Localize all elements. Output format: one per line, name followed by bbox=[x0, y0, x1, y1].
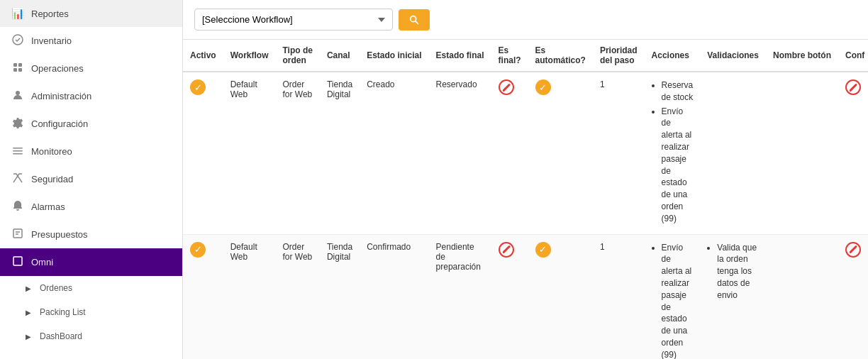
sidebar-item-label: Operaciones bbox=[31, 63, 84, 74]
workflow-select[interactable]: [Seleccione Workflow] bbox=[194, 9, 393, 31]
sidebar-item-alarmas[interactable]: Alarmas bbox=[0, 193, 182, 221]
col-prioridad: Prioridaddel paso bbox=[593, 40, 645, 72]
search-button[interactable] bbox=[399, 9, 430, 31]
es-final-cell bbox=[491, 72, 528, 234]
sidebar-item-label: Ordenes bbox=[40, 283, 72, 293]
estado-inicial-cell: Confirmado bbox=[360, 234, 428, 359]
svg-rect-6 bbox=[13, 148, 23, 149]
monitoreo-icon bbox=[11, 145, 24, 158]
activo-cell: ✓ bbox=[183, 72, 223, 234]
col-conf: Conf bbox=[838, 40, 868, 72]
conf-cell bbox=[838, 72, 868, 234]
estado-final-cell: Reservado bbox=[429, 72, 491, 234]
acciones-cell: Reserva de stock Envío de alerta al real… bbox=[645, 72, 701, 234]
sidebar-item-omni[interactable]: Omni bbox=[0, 248, 182, 276]
es-automatico-cell: ✓ bbox=[528, 234, 593, 359]
validaciones-cell: Valida que la orden tenga los datos de e… bbox=[700, 234, 766, 359]
svg-point-5 bbox=[16, 91, 20, 95]
svg-rect-3 bbox=[13, 68, 17, 72]
active-check-icon: ✓ bbox=[190, 242, 206, 258]
sidebar-item-reportes[interactable]: 📊 Reportes bbox=[0, 0, 182, 27]
sidebar-item-seguridad[interactable]: Seguridad bbox=[0, 165, 182, 193]
omni-icon bbox=[11, 255, 24, 269]
sidebar-item-administracion[interactable]: Administración bbox=[0, 82, 182, 110]
es-automatico-cell: ✓ bbox=[528, 72, 593, 234]
svg-line-14 bbox=[416, 21, 418, 23]
svg-rect-7 bbox=[13, 150, 23, 152]
sidebar-item-label: DashBoard bbox=[40, 331, 82, 341]
validaciones-cell bbox=[700, 72, 766, 234]
table-row: ✓ Default Web Order for Web Tienda Digit… bbox=[183, 72, 868, 234]
svg-rect-2 bbox=[18, 63, 22, 67]
configuracion-icon bbox=[11, 117, 24, 131]
estado-final-cell: Pendiente de preparación bbox=[429, 234, 491, 359]
svg-rect-9 bbox=[13, 229, 22, 238]
es-auto-check-icon: ✓ bbox=[535, 242, 551, 258]
prioridad-cell: 1 bbox=[593, 234, 645, 359]
svg-rect-12 bbox=[13, 257, 22, 265]
col-activo: Activo bbox=[183, 40, 223, 72]
prioridad-cell: 1 bbox=[593, 72, 645, 234]
sidebar: 📊 Reportes Inventario Operaciones Admini… bbox=[0, 0, 183, 359]
workflow-cell: Default Web bbox=[223, 234, 276, 359]
col-validaciones: Validaciones bbox=[700, 40, 766, 72]
reportes-icon: 📊 bbox=[11, 7, 24, 20]
search-icon bbox=[408, 14, 420, 26]
svg-rect-4 bbox=[18, 68, 22, 72]
conf-block-icon bbox=[845, 79, 861, 95]
col-es-final: Esfinal? bbox=[491, 40, 528, 72]
conf-cell bbox=[838, 234, 868, 359]
main-content: [Seleccione Workflow] Activo Workflow Ti… bbox=[183, 0, 868, 359]
chevron-right-icon: ▶ bbox=[26, 309, 31, 316]
active-check-icon: ✓ bbox=[190, 79, 206, 95]
sidebar-item-monitoreo[interactable]: Monitoreo bbox=[0, 138, 182, 165]
presupuestos-icon bbox=[11, 228, 24, 241]
col-canal: Canal bbox=[320, 40, 360, 72]
chevron-right-icon: ▶ bbox=[26, 285, 31, 292]
table-row: ✓ Default Web Order for Web Tienda Digit… bbox=[183, 234, 868, 359]
sidebar-item-inventario[interactable]: Inventario bbox=[0, 27, 182, 55]
inventario-icon bbox=[11, 34, 24, 48]
estado-inicial-cell: Creado bbox=[360, 72, 428, 234]
sidebar-item-label: Configuración bbox=[31, 118, 88, 129]
table-wrapper: Activo Workflow Tipo deorden Canal Estad… bbox=[183, 40, 868, 359]
sidebar-item-ordenes[interactable]: ▶ Ordenes bbox=[0, 276, 182, 300]
col-estado-final: Estado final bbox=[429, 40, 491, 72]
tipo-orden-cell: Order for Web bbox=[275, 234, 319, 359]
workflow-table: Activo Workflow Tipo deorden Canal Estad… bbox=[183, 40, 868, 359]
sidebar-item-label: Administración bbox=[31, 91, 91, 101]
sidebar-item-label: Inventario bbox=[31, 35, 72, 46]
workflow-cell: Default Web bbox=[223, 72, 276, 234]
acciones-cell: Envío de alerta al realizar pasaje de es… bbox=[645, 234, 701, 359]
nombre-boton-cell bbox=[766, 234, 838, 359]
es-final-block-icon bbox=[499, 242, 514, 258]
sidebar-item-label: Seguridad bbox=[31, 174, 73, 184]
svg-rect-1 bbox=[13, 63, 17, 67]
es-final-cell bbox=[491, 234, 528, 359]
nombre-boton-cell bbox=[766, 72, 838, 234]
svg-rect-8 bbox=[13, 153, 23, 155]
col-workflow: Workflow bbox=[223, 40, 276, 72]
es-final-block-icon bbox=[499, 79, 514, 95]
conf-block-icon bbox=[845, 242, 861, 258]
toolbar: [Seleccione Workflow] bbox=[183, 0, 868, 40]
activo-cell: ✓ bbox=[183, 234, 223, 359]
canal-cell: Tienda Digital bbox=[320, 234, 360, 359]
sidebar-item-operaciones[interactable]: Operaciones bbox=[0, 55, 182, 82]
sidebar-item-configuracion[interactable]: Configuración bbox=[0, 110, 182, 138]
sidebar-item-label: Omni bbox=[31, 257, 53, 267]
sidebar-item-packing-list[interactable]: ▶ Packing List bbox=[0, 300, 182, 324]
chevron-right-icon: ▶ bbox=[26, 333, 31, 341]
col-acciones: Acciones bbox=[645, 40, 701, 72]
tipo-orden-cell: Order for Web bbox=[275, 72, 319, 234]
sidebar-item-presupuestos[interactable]: Presupuestos bbox=[0, 221, 182, 248]
col-estado-inicial: Estado inicial bbox=[360, 40, 428, 72]
sidebar-item-dashboard[interactable]: ▶ DashBoard bbox=[0, 324, 182, 348]
administracion-icon bbox=[11, 89, 24, 103]
sidebar-item-label: Alarmas bbox=[31, 201, 65, 212]
col-es-automatico: Esautomático? bbox=[528, 40, 593, 72]
seguridad-icon bbox=[11, 172, 24, 186]
sidebar-item-label: Presupuestos bbox=[31, 229, 88, 240]
sidebar-item-label: Packing List bbox=[40, 307, 86, 317]
sidebar-item-label: Monitoreo bbox=[31, 146, 72, 157]
